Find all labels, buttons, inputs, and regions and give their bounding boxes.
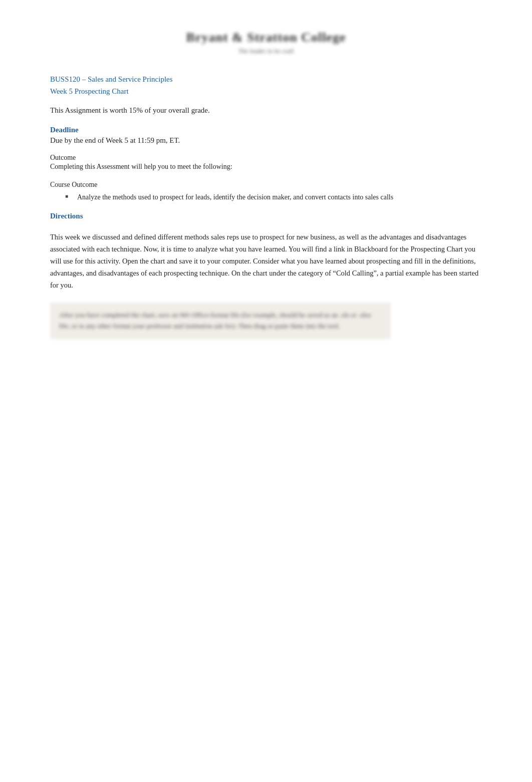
spacer <box>50 176 482 181</box>
course-outcome-list: Analyze the methods used to prospect for… <box>65 192 482 203</box>
directions-body: This week we discussed and defined diffe… <box>50 231 482 292</box>
deadline-heading: Deadline <box>50 126 482 134</box>
outcome-label: Outcome <box>50 154 482 162</box>
assignment-worth: This Assignment is worth 15% of your ove… <box>50 106 482 115</box>
page-container: Bryant & Stratton College The leader in … <box>0 0 532 782</box>
breadcrumb: BUSS120 – Sales and Service Principles W… <box>50 73 482 97</box>
directions-heading: Directions <box>50 212 482 220</box>
list-item: Analyze the methods used to prospect for… <box>65 192 482 203</box>
college-logo: Bryant & Stratton College <box>186 30 346 45</box>
blurred-instructions: After you have completed the chart, save… <box>50 303 391 339</box>
assignment-link[interactable]: Week 5 Prospecting Chart <box>50 85 482 97</box>
spacer2 <box>50 227 482 231</box>
header-logo-area: Bryant & Stratton College The leader in … <box>50 30 482 55</box>
deadline-text: Due by the end of Week 5 at 11:59 pm, ET… <box>50 136 482 145</box>
college-tagline: The leader in its craft <box>50 47 482 55</box>
outcome-text: Completing this Assessment will help you… <box>50 163 482 171</box>
course-outcome-label: Course Outcome <box>50 181 482 189</box>
course-link[interactable]: BUSS120 – Sales and Service Principles <box>50 73 482 85</box>
